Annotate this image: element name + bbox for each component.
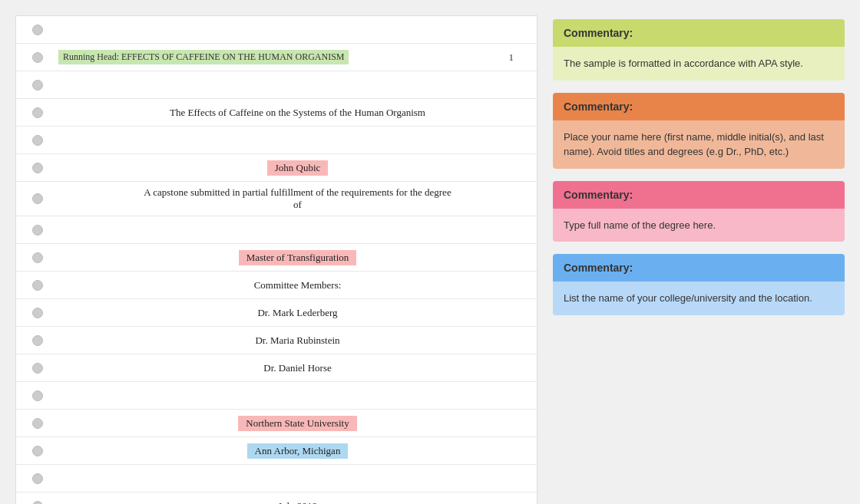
author-highlight: John Qubic <box>267 160 329 176</box>
doc-row-17 <box>16 465 537 492</box>
date-text: July 2018 <box>58 496 537 504</box>
circle-9 <box>32 252 43 263</box>
author-row: John Qubic <box>16 154 537 182</box>
degree-row: Master of Transfiguration <box>16 244 537 272</box>
circle-5 <box>32 135 43 146</box>
circle-8 <box>32 225 43 236</box>
committee-header: Committee Members: <box>74 276 521 294</box>
title-text: The Effects of Caffeine on the Systems o… <box>58 102 537 124</box>
circle-10 <box>32 280 43 291</box>
date-row: July 2018 <box>16 492 537 504</box>
document-panel: Running Head: EFFECTS OF CAFFEINE ON THE… <box>15 15 538 504</box>
circle-12 <box>32 335 43 346</box>
commentary-green-box: Commentary: The sample is formatted in a… <box>553 19 845 81</box>
submission-line1: A capstone submitted in partial fulfillm… <box>74 186 521 199</box>
submission-content: A capstone submitted in partial fulfillm… <box>58 182 537 216</box>
running-head-row: Running Head: EFFECTS OF CAFFEINE ON THE… <box>16 44 537 71</box>
member2-row: Dr. Maria Rubinstein <box>16 327 537 354</box>
marker-16 <box>16 446 58 456</box>
marker-14 <box>16 390 58 401</box>
doc-row-3 <box>16 71 537 99</box>
committee-content: Committee Members: <box>58 272 537 298</box>
committee-row: Committee Members: <box>16 272 537 299</box>
submission-row: A capstone submitted in partial fulfillm… <box>16 182 537 216</box>
circle-6 <box>32 163 43 173</box>
marker-10 <box>16 280 58 291</box>
commentary-blue-body: List the name of your college/university… <box>553 282 845 315</box>
circle-7 <box>32 193 43 204</box>
marker-13 <box>16 363 58 374</box>
commentary-panel: Commentary: The sample is formatted in a… <box>553 15 845 504</box>
degree-content: Master of Transfiguration <box>58 245 537 270</box>
row-content-3 <box>58 81 537 90</box>
running-head-text: Running Head: EFFECTS OF CAFFEINE ON THE… <box>58 50 349 64</box>
marker-17 <box>16 473 58 484</box>
circle-4 <box>32 107 43 118</box>
circle-14 <box>32 390 43 401</box>
location-row: Ann Arbor, Michigan <box>16 437 537 465</box>
circle-13 <box>32 363 43 374</box>
circle-16 <box>32 446 43 456</box>
marker-5 <box>16 135 58 146</box>
university-row: Northern State University <box>16 410 537 437</box>
commentary-blue-header: Commentary: <box>553 254 845 282</box>
row-content-5 <box>58 136 537 145</box>
marker-9 <box>16 252 58 263</box>
circle-17 <box>32 473 43 484</box>
circle-1 <box>32 25 43 35</box>
marker-6 <box>16 163 58 173</box>
doc-row-14 <box>16 382 537 410</box>
university-highlight: Northern State University <box>238 416 356 431</box>
commentary-green-header: Commentary: <box>553 19 845 47</box>
commentary-green-body: The sample is formatted in accordance wi… <box>553 47 845 81</box>
marker-3 <box>16 80 58 91</box>
member1-text: Dr. Mark Lederberg <box>58 302 537 324</box>
location-content: Ann Arbor, Michigan <box>58 439 537 463</box>
row-content-14 <box>58 391 537 400</box>
member1-row: Dr. Mark Lederberg <box>16 299 537 327</box>
member3-text: Dr. Daniel Horse <box>58 357 537 379</box>
running-head-content: Running Head: EFFECTS OF CAFFEINE ON THE… <box>58 45 537 69</box>
marker-4 <box>16 107 58 118</box>
commentary-blue-box: Commentary: List the name of your colleg… <box>553 254 845 315</box>
marker-15 <box>16 418 58 429</box>
marker-18 <box>16 501 58 504</box>
commentary-orange-box: Commentary: Place your name here (first … <box>553 93 845 169</box>
commentary-orange-header: Commentary: <box>553 93 845 120</box>
marker-7 <box>16 193 58 204</box>
location-highlight: Ann Arbor, Michigan <box>247 443 349 459</box>
marker-2 <box>16 52 58 63</box>
circle-2 <box>32 52 43 63</box>
marker-1 <box>16 25 58 35</box>
doc-row-1 <box>16 16 537 44</box>
degree-highlight: Master of Transfiguration <box>239 250 357 265</box>
marker-8 <box>16 225 58 236</box>
commentary-pink-header: Commentary: <box>553 181 845 209</box>
circle-3 <box>32 80 43 91</box>
commentary-pink-body: Type full name of the degree here. <box>553 209 845 242</box>
row-content-17 <box>58 474 537 483</box>
marker-12 <box>16 335 58 346</box>
circle-11 <box>32 308 43 318</box>
page-number: 1 <box>509 51 514 64</box>
commentary-orange-body: Place your name here (first name, middle… <box>553 120 845 169</box>
university-content: Northern State University <box>58 411 537 436</box>
member2-text: Dr. Maria Rubinstein <box>58 330 537 351</box>
row-content-1 <box>58 25 537 35</box>
doc-row-5 <box>16 127 537 154</box>
member3-row: Dr. Daniel Horse <box>16 354 537 382</box>
author-content: John Qubic <box>58 156 537 180</box>
circle-15 <box>32 418 43 429</box>
commentary-pink-box: Commentary: Type full name of the degree… <box>553 181 845 242</box>
row-content-8 <box>58 226 537 235</box>
marker-11 <box>16 308 58 318</box>
doc-row-8 <box>16 216 537 244</box>
submission-line2: of <box>74 199 521 211</box>
circle-18 <box>32 501 43 504</box>
title-row: The Effects of Caffeine on the Systems o… <box>16 99 537 127</box>
